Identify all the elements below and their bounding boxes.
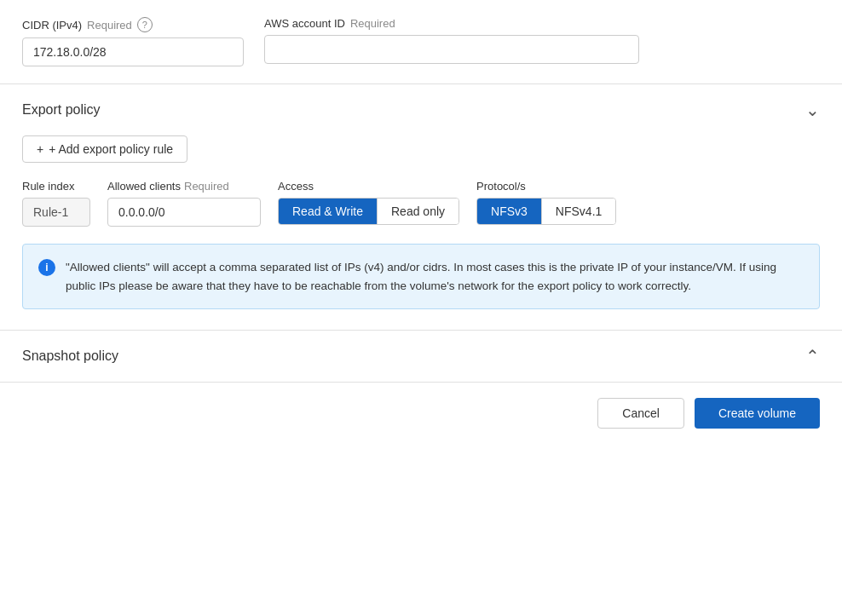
snapshot-policy-title: Snapshot policy <box>22 348 118 364</box>
cidr-label-text: CIDR (IPv4) <box>22 19 82 32</box>
info-circle-icon: i <box>38 259 55 276</box>
allowed-clients-col: Allowed clients Required <box>107 180 261 227</box>
rule-index-col: Rule index <box>22 180 90 227</box>
allowed-clients-label: Allowed clients Required <box>107 180 261 193</box>
export-policy-body: + + Add export policy rule Rule index Al… <box>0 135 842 330</box>
aws-field-group: AWS account ID Required <box>264 17 820 64</box>
info-box: i "Allowed clients" will accept a comma … <box>22 244 820 309</box>
export-policy-section: Export policy ⌄ + + Add export policy ru… <box>0 84 842 331</box>
read-write-button[interactable]: Read & Write <box>279 199 377 224</box>
cidr-info-icon[interactable]: ? <box>137 17 153 32</box>
cidr-field-group: CIDR (IPv4) Required ? <box>22 17 244 66</box>
protocol-toggle-group: NFSv3 NFSv4.1 <box>476 198 616 225</box>
rule-index-label: Rule index <box>22 180 90 193</box>
read-only-button[interactable]: Read only <box>377 199 458 224</box>
snapshot-policy-section: Snapshot policy ⌃ <box>0 331 842 383</box>
chevron-down-icon: ⌄ <box>805 100 820 120</box>
access-toggle-group: Read & Write Read only <box>278 198 459 225</box>
footer: Cancel Create volume <box>0 383 842 444</box>
add-rule-btn-label: + Add export policy rule <box>49 142 173 156</box>
snapshot-policy-header[interactable]: Snapshot policy ⌃ <box>0 331 842 382</box>
rule-index-input[interactable] <box>22 198 90 227</box>
cidr-label: CIDR (IPv4) Required ? <box>22 17 244 32</box>
nfsv3-button[interactable]: NFSv3 <box>477 199 541 224</box>
plus-icon: + <box>37 142 43 156</box>
export-policy-header[interactable]: Export policy ⌄ <box>0 84 842 135</box>
aws-account-input[interactable] <box>264 35 639 64</box>
nfsv4-button[interactable]: NFSv4.1 <box>541 199 615 224</box>
allowed-clients-input[interactable] <box>107 198 261 227</box>
cancel-button[interactable]: Cancel <box>597 398 684 429</box>
page-container: CIDR (IPv4) Required ? AWS account ID Re… <box>0 0 842 444</box>
allowed-clients-label-text: Allowed clients <box>107 180 181 193</box>
info-box-text: "Allowed clients" will accept a comma se… <box>66 258 804 295</box>
cidr-required-text: Required <box>87 19 132 32</box>
rule-row: Rule index Allowed clients Required Acce… <box>22 180 820 227</box>
aws-label-text: AWS account ID <box>264 17 345 30</box>
cidr-input[interactable] <box>22 37 244 66</box>
top-fields-section: CIDR (IPv4) Required ? AWS account ID Re… <box>0 0 842 84</box>
protocol-label: Protocol/s <box>476 180 616 193</box>
allowed-clients-required-text: Required <box>184 180 229 193</box>
chevron-up-icon: ⌃ <box>805 346 820 366</box>
aws-label: AWS account ID Required <box>264 17 820 30</box>
access-col: Access Read & Write Read only <box>278 180 459 225</box>
access-label: Access <box>278 180 459 193</box>
protocol-col: Protocol/s NFSv3 NFSv4.1 <box>476 180 616 225</box>
add-export-policy-rule-button[interactable]: + + Add export policy rule <box>22 135 187 163</box>
aws-required-text: Required <box>350 17 395 30</box>
create-volume-button[interactable]: Create volume <box>695 398 820 429</box>
export-policy-title: Export policy <box>22 102 101 118</box>
